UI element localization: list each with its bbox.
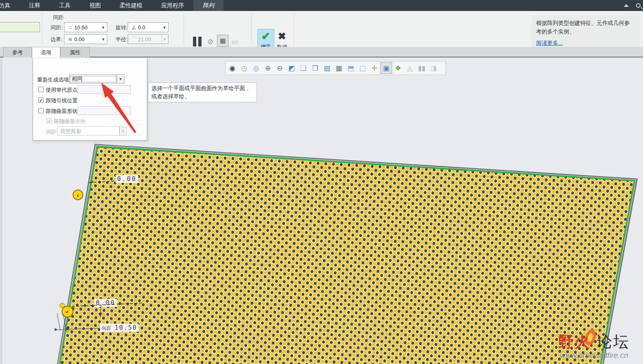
ribbon-tab-bar: 仿真 注释 工具 视图 柔性建模 应用程序 阵列: [0, 0, 643, 11]
alt-origin-label: 使用替代原点: [46, 86, 78, 94]
tab-view[interactable]: 视图: [80, 0, 110, 11]
dropdown-arrow-icon: ▼: [162, 35, 167, 44]
regenerate-option-label: 重新生成选项: [37, 76, 69, 84]
panel-drag-handle[interactable]: ····: [33, 59, 147, 65]
tab-properties[interactable]: 属性: [60, 47, 90, 57]
perspective-icon[interactable]: ⬒: [345, 62, 357, 74]
watermark-site-url: www.proewildfire.cn: [560, 351, 628, 360]
feature-preview-toggle[interactable]: ▦: [217, 35, 228, 47]
alt-origin-checkbox[interactable]: [38, 87, 44, 92]
boundary-field-label: 边界:: [51, 36, 63, 43]
spacing-field-label: 间距:: [51, 24, 63, 31]
help-text: 根据阵列类型创建特征、元件或几何参考的多个实例。: [536, 19, 635, 36]
selection-collector[interactable]: [0, 22, 40, 32]
dropdown-arrow-icon[interactable]: ▼: [117, 75, 124, 83]
spacing-pattern-icon: ∷: [66, 24, 74, 31]
view-manager-icon[interactable]: ▤: [321, 62, 333, 74]
tab-references[interactable]: 参考: [3, 47, 32, 57]
exit-icon[interactable]: ◨: [428, 62, 439, 74]
follow-surface-direction-checkbox: [47, 118, 52, 124]
collapse-ribbon-icon[interactable]: [624, 4, 629, 7]
check-icon: ✔: [258, 29, 274, 43]
dropdown-arrow-icon[interactable]: ▼: [162, 25, 167, 30]
dropdown-arrow-icon[interactable]: ▼: [100, 37, 106, 42]
snapshot-icon[interactable]: ▦: [333, 62, 345, 74]
pause-button[interactable]: [193, 37, 203, 46]
read-more-link[interactable]: 阅读更多...: [536, 40, 563, 47]
analysis-icon[interactable]: ◬: [404, 62, 416, 74]
follow-leader-checkbox[interactable]: [38, 97, 44, 103]
tab-simulate[interactable]: 仿真: [0, 0, 20, 11]
radius-field-label: 半径:: [115, 36, 128, 43]
options-panel: ···· 重新生成选项 相同 ▼ 使用替代原点 跟随引线位置 跟随曲面形状 跟随…: [33, 58, 147, 141]
display-style-icon[interactable]: ❑: [297, 62, 309, 74]
dimension-origin-bottom[interactable]: 0.00: [94, 299, 117, 307]
spacing-combobox[interactable]: ∷ 10.50 ▼: [64, 22, 107, 32]
in-graphics-toolbar: ◉ ◷ ◎ ⊕ ⊖ ◩ ❑ ❒ ▤ ▦ ⬒ □ ✛ ▣ ❖ ◬ ▮▮ ◨: [225, 61, 446, 75]
radius-combobox: ⌒ 21.00 ▼: [128, 34, 169, 44]
dimension-origin-top[interactable]: 0.00: [115, 175, 138, 183]
saved-views-icon[interactable]: ◉: [226, 62, 238, 74]
zoom-in-icon[interactable]: ⊕: [262, 62, 274, 74]
rotation-field-label: 旋转:: [115, 24, 128, 31]
group-title-spacing: 间距: [53, 14, 64, 21]
sketch-plane-tooltip: 选择一个平面或平面曲面作为草绘平面，或者选择草绘。: [148, 82, 257, 102]
tab-flexible-modeling[interactable]: 柔性建模: [110, 0, 152, 11]
tab-applications[interactable]: 应用程序: [152, 0, 193, 11]
no-preview-icon[interactable]: ⊘: [207, 37, 213, 46]
follow-surface-shape-label: 跟随曲面形状: [46, 108, 78, 115]
follow-leader-label: 跟随引线位置: [46, 97, 78, 104]
annotation-display-icon[interactable]: ▣: [380, 62, 392, 74]
zoom-fit-icon[interactable]: ◎: [250, 62, 262, 74]
dimension-spacing[interactable]: 间距 10.50: [100, 324, 139, 332]
boundary-spray-icon: ≋: [66, 36, 74, 42]
watermark-brand-red: 野火: [558, 331, 591, 352]
forum-watermark: 野火 论坛 www.proewildfire.cn: [558, 331, 642, 362]
application-window: 仿真 注释 工具 视图 柔性建模 应用程序 阵列 间距 间距: ∷ 10.50 …: [0, 0, 643, 364]
dashboard-tab-strip: 参考 选项 属性: [0, 47, 643, 57]
tab-annotate[interactable]: 注释: [20, 0, 50, 11]
tab-options[interactable]: 选项: [32, 47, 60, 57]
glasses-icon: ∞: [231, 36, 238, 48]
follow-surface-direction-label: 跟随曲面方向: [54, 118, 86, 125]
pause-small-icon[interactable]: ▮▮: [416, 62, 428, 74]
follow-surface-shape-input[interactable]: [78, 106, 131, 115]
watermark-brand-dark: 论坛: [597, 331, 630, 352]
rotation-angle-icon: ∠: [130, 24, 138, 31]
search-icon[interactable]: [636, 3, 641, 8]
saved-orientations-icon[interactable]: ❒: [309, 62, 321, 74]
view-history-icon[interactable]: ◷: [238, 62, 250, 74]
spin-center-icon[interactable]: ❖: [392, 62, 404, 74]
tab-tools[interactable]: 工具: [50, 0, 80, 11]
close-icon: ✖: [274, 29, 290, 44]
pattern-direction-handle[interactable]: ‹: [73, 190, 83, 200]
tab-pattern[interactable]: 阵列: [193, 0, 224, 11]
boundary-combobox[interactable]: ≋ 0.00 ▼: [64, 34, 107, 44]
follow-surface-shape-checkbox[interactable]: [38, 108, 44, 113]
spacing-option-label: 间距: [46, 128, 57, 136]
left-edge-strip: [0, 57, 3, 364]
spacing-option-dropdown: 按照投影 ▼: [58, 126, 127, 136]
dropdown-arrow-icon[interactable]: ▼: [100, 25, 106, 30]
repaint-icon[interactable]: ◩: [286, 62, 297, 74]
zoom-out-icon[interactable]: ⊖: [274, 62, 286, 74]
rotation-combobox[interactable]: ∠ 0.0 ▼: [128, 22, 169, 32]
datum-display-icon[interactable]: ✛: [368, 62, 380, 74]
alt-origin-input[interactable]: [78, 85, 131, 94]
bounding-box-icon[interactable]: □: [357, 62, 368, 74]
radius-arc-icon: ⌒: [130, 35, 138, 43]
dropdown-arrow-icon: ▼: [119, 127, 126, 135]
regenerate-option-dropdown[interactable]: 相同 ▼: [69, 74, 124, 84]
